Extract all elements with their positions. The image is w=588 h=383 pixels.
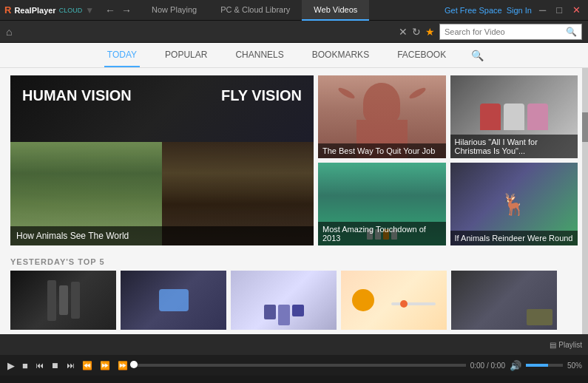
video-thumb-touchdown-title: Most Amazing Touchdown of 2013 [318, 222, 446, 245]
get-free-space-link[interactable]: Get Free Space [445, 6, 502, 15]
yesterday-thumb-5[interactable] [451, 271, 557, 330]
pause-stop-button[interactable]: ⏹ [50, 361, 61, 370]
yesterday-label: YESTERDAY'S TOP 5 [0, 254, 588, 271]
main-tabs: Now Playing PC & Cloud Library Web Video… [140, 0, 445, 21]
tab-web-videos[interactable]: Web Videos [302, 0, 369, 21]
progress-bar[interactable] [134, 364, 466, 367]
play-button[interactable]: ▶ [6, 360, 16, 371]
close-button[interactable]: ✕ [570, 4, 584, 16]
rewind-button[interactable]: ⏪ [81, 361, 94, 370]
video-section-top: HUMAN VISION FLY VISION Ho [0, 68, 588, 254]
minimize-button[interactable]: ─ [536, 4, 549, 16]
playlist-icon: ▤ [550, 341, 556, 349]
content-nav-bar: TODAY POPULAR CHANNELS BOOKMARKS FACEBOO… [0, 43, 588, 68]
fly-vision-label: FLY VISION [162, 87, 302, 104]
video-thumb-xmas[interactable]: Hilarious "All I Want for Christmas Is Y… [450, 75, 578, 158]
yesterday-thumb-4[interactable] [341, 271, 447, 330]
side-row-2: Most Amazing Touchdown of 2013 🦌 If Anim… [318, 163, 578, 245]
time-display: 0:00 / 0:00 [470, 362, 505, 370]
nav-facebook[interactable]: FACEBOOK [394, 44, 449, 67]
playlist-button[interactable]: ▤ Playlist [550, 341, 582, 349]
window-controls-area: Get Free Space Sign In ─ □ ✕ [445, 4, 584, 16]
search-box: 🔍 [439, 24, 582, 40]
prev-button[interactable]: ⏮ [34, 361, 45, 370]
slowmo-button[interactable]: ⏩ [98, 361, 112, 370]
nav-today[interactable]: TODAY [104, 44, 140, 67]
close-page-icon[interactable]: ✕ [399, 26, 408, 38]
stop-button[interactable]: ■ [21, 360, 30, 371]
ffwd-button[interactable]: ⏩ [116, 361, 129, 370]
title-bar: R RealPlayer CLOUD ▼ ← → Now Playing PC … [0, 0, 588, 21]
tab-pc-cloud-library[interactable]: PC & Cloud Library [209, 0, 302, 21]
yesterday-thumb-3[interactable] [231, 271, 337, 330]
video-grid: HUMAN VISION FLY VISION Ho [10, 75, 578, 245]
human-vision-text: HUMAN VISION [22, 87, 132, 104]
nav-channels[interactable]: CHANNELS [232, 44, 286, 67]
scrollbar[interactable] [582, 68, 588, 334]
media-bar: ▤ Playlist [0, 334, 588, 355]
search-submit-icon[interactable]: 🔍 [566, 27, 577, 37]
human-vision-label: HUMAN VISION [22, 87, 162, 104]
nav-search-icon[interactable]: 🔍 [471, 50, 484, 61]
next-button[interactable]: ⏭ [65, 361, 76, 370]
nav-bookmarks[interactable]: BOOKMARKS [309, 44, 372, 67]
yesterday-thumb-1[interactable] [10, 271, 116, 330]
video-thumb-xmas-title: Hilarious "All I Want for Christmas Is Y… [450, 135, 578, 158]
home-icon[interactable]: ⌂ [6, 26, 12, 38]
yesterday-img-3 [231, 271, 337, 330]
video-thumb-reindeer[interactable]: 🦌 If Animals Reindeer Were Round [450, 163, 578, 245]
yesterday-img-2 [121, 271, 226, 330]
tab-now-playing[interactable]: Now Playing [140, 0, 209, 21]
video-thumb-touchdown[interactable]: Most Amazing Touchdown of 2013 [318, 163, 446, 245]
back-button[interactable]: ← [103, 4, 118, 16]
yesterday-img-1 [10, 271, 116, 330]
refresh-icon[interactable]: ↻ [412, 26, 421, 38]
player-bar: ▶ ■ ⏮ ⏹ ⏭ ⏪ ⏩ ⏩ 0:00 / 0:00 🔊 50% [0, 355, 588, 376]
fly-vision-text: FLY VISION [221, 87, 302, 104]
logo-dropdown-icon[interactable]: ▼ [85, 5, 94, 16]
side-row-1: The Best Way To Quit Your Job [318, 75, 578, 158]
search-input[interactable] [445, 27, 563, 36]
playlist-label: Playlist [558, 341, 582, 349]
featured-video[interactable]: HUMAN VISION FLY VISION Ho [10, 75, 314, 245]
app-logo: R RealPlayer CLOUD [4, 4, 82, 16]
video-thumb-quit-job[interactable]: The Best Way To Quit Your Job [318, 75, 446, 158]
nav-arrows: ← → [103, 4, 134, 16]
nav-popular[interactable]: POPULAR [162, 44, 210, 67]
yesterday-row [0, 271, 588, 330]
yesterday-img-4 [341, 271, 447, 330]
video-thumb-reindeer-title: If Animals Reindeer Were Round [450, 231, 578, 245]
address-bar: ⌂ ✕ ↻ ★ 🔍 [0, 21, 588, 43]
volume-bar[interactable] [526, 364, 563, 367]
volume-label: 50% [567, 362, 582, 370]
featured-video-title: How Animals See The World [10, 226, 314, 245]
volume-fill [526, 364, 548, 367]
yesterday-thumb-2[interactable] [121, 271, 226, 330]
logo-name: RealPlayer [14, 6, 55, 15]
sign-in-link[interactable]: Sign In [507, 6, 532, 15]
scrollbar-thumb[interactable] [582, 112, 588, 142]
maximize-button[interactable]: □ [553, 4, 565, 16]
forward-button[interactable]: → [119, 4, 134, 16]
logo-sub: CLOUD [59, 7, 83, 14]
video-thumb-quit-job-title: The Best Way To Quit Your Job [318, 143, 446, 158]
logo-r: R [4, 4, 11, 16]
bookmark-icon[interactable]: ★ [425, 26, 435, 38]
side-videos: The Best Way To Quit Your Job [318, 75, 578, 245]
yesterday-img-5 [451, 271, 557, 330]
progress-thumb[interactable] [130, 361, 138, 368]
volume-icon[interactable]: 🔊 [510, 360, 521, 371]
main-content: HUMAN VISION FLY VISION Ho [0, 68, 588, 334]
